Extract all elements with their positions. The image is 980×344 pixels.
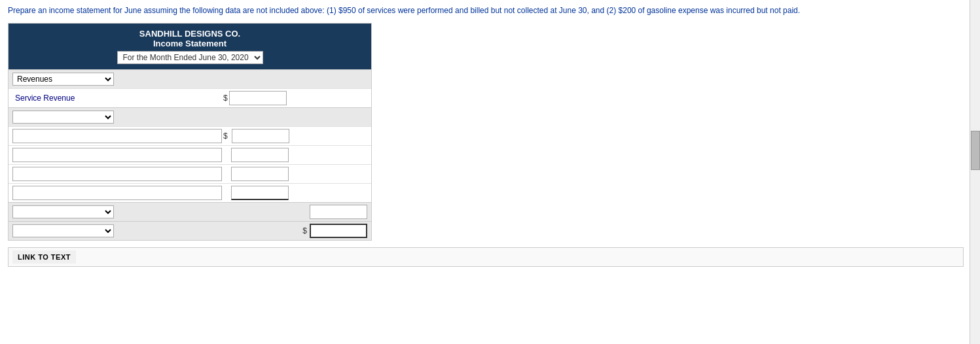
- expense-row-3: [9, 164, 371, 183]
- instruction-text: Prepare an income statement for June ass…: [8, 5, 972, 16]
- period-select[interactable]: For the Month Ended June 30, 2020: [117, 51, 263, 64]
- total-dollar: $: [302, 226, 307, 235]
- expenses-section-select[interactable]: [12, 111, 114, 124]
- expense-dollar-1: $: [223, 131, 228, 141]
- expense-label-4[interactable]: [12, 186, 222, 200]
- expenses-section-row: [9, 107, 371, 126]
- service-revenue-input[interactable]: [229, 91, 287, 105]
- subtotal-select[interactable]: [12, 205, 114, 218]
- expense-label-1[interactable]: [12, 129, 222, 143]
- service-revenue-label: Service Revenue: [12, 93, 222, 103]
- company-name: SANDHILL DESIGNS CO.: [11, 29, 369, 39]
- subtotal-amount[interactable]: [310, 205, 367, 219]
- subtotal-row: [9, 202, 371, 221]
- link-row: LINK TO TEXT: [8, 247, 964, 267]
- expense-amount-2[interactable]: [231, 148, 289, 162]
- total-select[interactable]: [12, 224, 114, 237]
- expense-amount-3[interactable]: [231, 167, 289, 181]
- expense-label-2[interactable]: [12, 148, 222, 162]
- revenues-section-select[interactable]: Revenues: [12, 73, 114, 86]
- expense-row-1: $: [9, 126, 371, 145]
- revenues-section-row: Revenues: [9, 69, 371, 88]
- scrollbar[interactable]: [970, 0, 980, 344]
- scrollbar-thumb[interactable]: [971, 131, 980, 170]
- expense-amount-4[interactable]: [231, 186, 289, 200]
- income-statement-form: SANDHILL DESIGNS CO. Income Statement Fo…: [8, 23, 372, 241]
- total-row: $: [9, 221, 371, 240]
- form-header: SANDHILL DESIGNS CO. Income Statement Fo…: [9, 24, 371, 69]
- expense-amount-1[interactable]: [232, 129, 289, 143]
- statement-type: Income Statement: [11, 39, 369, 48]
- service-revenue-row: Service Revenue $: [9, 88, 371, 107]
- expense-row-4: [9, 183, 371, 202]
- total-amount[interactable]: [310, 224, 367, 238]
- expense-label-3[interactable]: [12, 167, 222, 181]
- link-to-text-button[interactable]: LINK TO TEXT: [12, 250, 76, 264]
- expense-row-2: [9, 145, 371, 164]
- service-revenue-dollar: $: [223, 94, 228, 103]
